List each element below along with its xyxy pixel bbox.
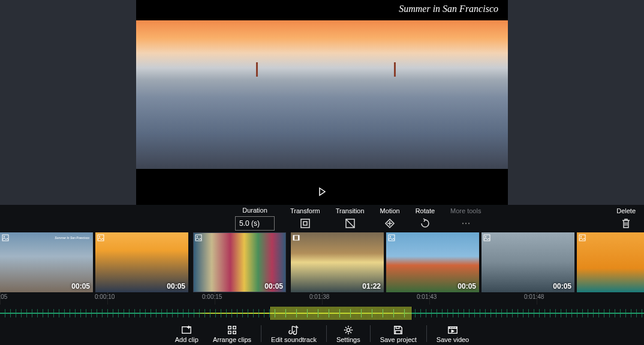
add-clip-label: Add clip: [175, 336, 198, 343]
clip-thumbnail[interactable]: 00:05: [577, 232, 644, 292]
save-video-icon: [447, 325, 458, 335]
clip-duration: 00:05: [264, 282, 283, 290]
motion-icon: [383, 217, 396, 230]
svg-point-20: [580, 236, 582, 237]
transform-icon: [299, 217, 312, 230]
play-icon: [317, 187, 327, 196]
save-video-label: Save video: [437, 336, 469, 343]
ruler: 0:00:050:00:100:00:150:01:380:01:430:01:…: [0, 292, 644, 304]
ruler-tick: 0:00:10: [107, 292, 215, 304]
svg-rect-1: [303, 222, 307, 225]
bridge-silhouette: [136, 62, 508, 104]
settings-button[interactable]: Settings: [329, 322, 368, 345]
image-badge-icon: [483, 234, 490, 241]
svg-rect-14: [298, 235, 299, 240]
image-badge-icon: [195, 234, 202, 241]
preview-stage: Summer in San Francisco: [0, 0, 644, 205]
more-tools-label: More tools: [450, 207, 481, 214]
svg-rect-21: [182, 326, 191, 333]
edit-soundtrack-button[interactable]: Edit soundtrack: [264, 322, 324, 345]
clip-duration: 00:05: [458, 282, 476, 290]
transition-label: Transition: [336, 207, 365, 214]
svg-rect-28: [396, 330, 401, 333]
image-badge-icon: [2, 234, 9, 241]
image-badge-icon: [388, 234, 395, 241]
tick-label: 0:01:43: [417, 293, 437, 300]
image-badge-icon: [97, 234, 104, 241]
motion-label: Motion: [380, 207, 400, 214]
transform-label: Transform: [290, 207, 320, 214]
svg-point-7: [4, 236, 5, 237]
clip-subtitle: Summer In San Francisco: [55, 236, 89, 240]
preview-image: [136, 20, 508, 169]
more-icon: [459, 217, 473, 230]
svg-point-16: [390, 236, 391, 237]
svg-point-18: [485, 236, 486, 237]
svg-point-11: [197, 236, 198, 237]
duration-group: Duration: [235, 207, 275, 231]
svg-rect-17: [484, 235, 490, 241]
svg-rect-0: [301, 219, 309, 228]
tick-label: 0:01:38: [309, 293, 329, 300]
delete-group[interactable]: Delete: [616, 207, 636, 230]
arrange-label: Arrange clips: [213, 336, 251, 343]
rotate-icon: [419, 217, 432, 230]
tick-label: 0:00:10: [95, 293, 115, 300]
transition-group[interactable]: Transition: [336, 207, 365, 230]
tick-label: 0:00:15: [202, 293, 222, 300]
clip-thumbnail[interactable]: Summer In San Francisco00:05: [0, 232, 93, 292]
play-button[interactable]: [317, 187, 327, 196]
clip-duration: 00:05: [167, 282, 185, 290]
svg-rect-6: [2, 235, 8, 241]
svg-rect-22: [228, 326, 231, 329]
video-preview: Summer in San Francisco: [136, 0, 508, 205]
clip-thumbnail[interactable]: 00:05: [193, 232, 286, 292]
ruler-tick: 0:00:05: [0, 292, 107, 304]
svg-point-26: [347, 328, 350, 331]
add-clip-button[interactable]: Add clip: [168, 322, 206, 345]
svg-rect-13: [293, 235, 294, 240]
svg-rect-23: [233, 326, 236, 329]
motion-group[interactable]: Motion: [380, 207, 400, 230]
clip-toolbar: Duration Transform Transition Motion Rot…: [0, 205, 644, 232]
transform-group[interactable]: Transform: [290, 207, 320, 230]
image-badge-icon: [579, 234, 586, 241]
clip-duration: 01:22: [362, 282, 381, 290]
soundtrack-icon: [288, 325, 299, 335]
ruler-tick: 0:01:48: [537, 292, 644, 304]
rotate-group[interactable]: Rotate: [416, 207, 435, 230]
clip-thumbnail[interactable]: 01:22: [291, 232, 384, 292]
more-tools-group[interactable]: More tools: [450, 207, 481, 230]
clip-thumbnail[interactable]: 00:05: [386, 232, 479, 292]
svg-rect-15: [389, 235, 395, 241]
clip-thumbnail[interactable]: 00:05: [95, 232, 188, 292]
arrange-clips-button[interactable]: Arrange clips: [206, 322, 258, 345]
timeline[interactable]: 0:00:050:00:100:00:150:01:380:01:430:01:…: [0, 292, 644, 322]
clip-strip[interactable]: Summer In San Francisco00:0500:0500:0501…: [0, 232, 644, 292]
soundtrack-label: Edit soundtrack: [271, 336, 317, 343]
svg-rect-27: [396, 326, 399, 328]
trash-icon: [619, 217, 633, 230]
bottom-bar: Add clip Arrange clips Edit soundtrack S…: [0, 322, 644, 345]
settings-label: Settings: [336, 336, 360, 343]
tick-label: 0:00:05: [0, 293, 7, 300]
svg-point-9: [99, 236, 100, 237]
save-icon: [393, 325, 404, 335]
gear-icon: [343, 325, 354, 335]
svg-rect-8: [98, 235, 104, 241]
save-video-button[interactable]: Save video: [429, 322, 476, 345]
transition-icon: [344, 217, 357, 230]
video-badge-icon: [293, 234, 300, 241]
tick-label: 0:01:48: [524, 293, 544, 300]
save-project-label: Save project: [380, 336, 417, 343]
duration-label: Duration: [242, 207, 267, 214]
ruler-tick: 0:01:43: [429, 292, 537, 304]
duration-input[interactable]: [235, 216, 275, 231]
delete-label: Delete: [616, 207, 636, 214]
ruler-tick: 0:00:15: [215, 292, 322, 304]
save-project-button[interactable]: Save project: [373, 322, 424, 345]
clip-thumbnail[interactable]: 00:05: [482, 232, 574, 292]
audio-waveform[interactable]: [0, 304, 644, 322]
add-clip-icon: [181, 325, 192, 335]
arrange-icon: [227, 325, 237, 335]
